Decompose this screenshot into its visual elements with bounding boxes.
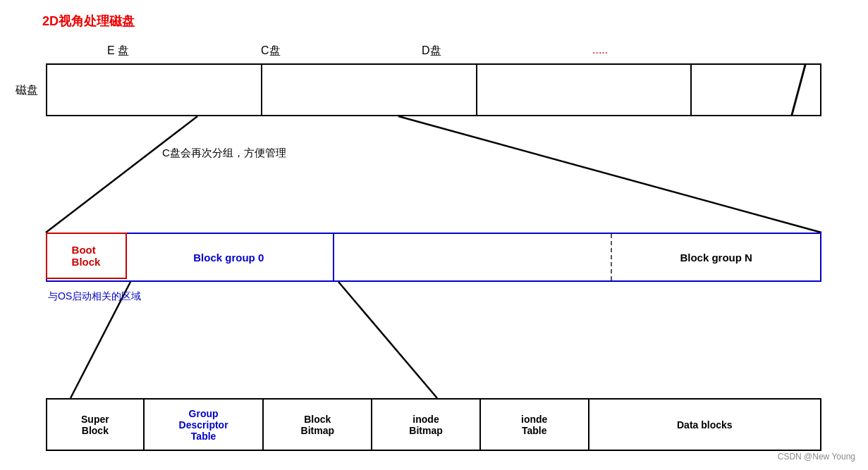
inode-table-label2: Table	[522, 425, 547, 436]
group-desc-label1: Group	[189, 408, 219, 419]
page-title: 2D视角处理磁盘	[42, 13, 135, 30]
partition-d	[477, 65, 692, 115]
magnetic-disk-label: 磁盘	[16, 83, 38, 98]
inode-bitmap-label1: inode	[412, 414, 439, 425]
cell-inode-table: ionde Table	[481, 400, 589, 450]
watermark: CSDN @New Young	[778, 452, 855, 462]
block-bitmap-label1: Block	[304, 414, 331, 425]
svg-line-0	[46, 116, 197, 233]
cell-super-block: Super Block	[47, 400, 145, 450]
inode-bitmap-label2: Bitmap	[409, 425, 442, 436]
cell-block-bitmap: Block Bitmap	[264, 400, 372, 450]
partition-extra	[692, 65, 820, 115]
partition-e	[47, 65, 262, 115]
cell-group-descriptor: Group Descriptor Table	[145, 400, 264, 450]
super-block-label: Super	[81, 414, 109, 425]
block-group-0: Block group 0	[125, 234, 334, 280]
disk-bar	[46, 63, 821, 116]
cell-data-blocks: Data blocks	[589, 400, 820, 450]
partition-c	[262, 65, 477, 115]
boot-block: BootBlock	[46, 233, 127, 279]
group-desc-label2: Descriptor	[179, 419, 228, 431]
block-bar: BootBlock Block group 0 Block group N	[46, 233, 821, 282]
label-d-disk: D盘	[422, 44, 441, 58]
os-label: 与OS启动相关的区域	[48, 290, 141, 303]
label-c-disk: C盘	[261, 44, 281, 58]
block-bitmap-label2: Bitmap	[301, 425, 334, 436]
subgroup-label: C盘会再次分组，方便管理	[162, 147, 286, 160]
data-blocks-label: Data blocks	[677, 419, 733, 431]
inode-table-label1: ionde	[521, 414, 547, 425]
block-group-middle	[334, 234, 613, 280]
cell-inode-bitmap: inode Bitmap	[372, 400, 481, 450]
slant-line	[790, 65, 806, 115]
super-block-label2: Block	[82, 425, 109, 436]
svg-line-3	[338, 282, 437, 398]
svg-line-1	[398, 116, 821, 233]
label-e-disk: E 盘	[107, 44, 129, 58]
block-group-n: Block group N	[612, 234, 820, 280]
group-desc-label3: Table	[191, 431, 216, 442]
label-dots: .....	[592, 44, 608, 56]
detail-bar: Super Block Group Descriptor Table Block…	[46, 398, 821, 451]
